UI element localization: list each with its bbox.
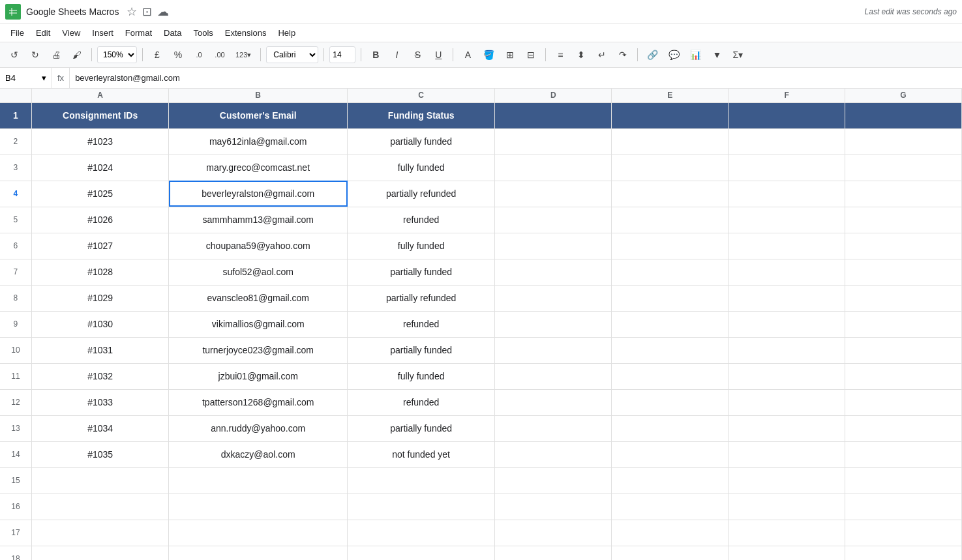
cell-g17[interactable] — [845, 520, 962, 546]
cell-e9[interactable] — [612, 311, 729, 337]
cell-c1[interactable]: Funding Status — [348, 102, 495, 128]
cell-b5[interactable]: sammhamm13@gmail.com — [169, 207, 348, 233]
cell-d17[interactable] — [495, 520, 612, 546]
currency-button[interactable]: £ — [148, 46, 166, 64]
cell-a11[interactable]: #1032 — [31, 363, 168, 389]
cell-f10[interactable] — [729, 337, 845, 363]
cell-g13[interactable] — [845, 415, 962, 441]
menu-insert[interactable]: Insert — [87, 26, 119, 40]
col-header-c[interactable]: C — [348, 89, 495, 102]
cell-d18[interactable] — [495, 546, 612, 560]
decimal00-button[interactable]: .00 — [211, 46, 229, 64]
cell-f9[interactable] — [729, 311, 845, 337]
cell-a16[interactable] — [31, 494, 168, 520]
comment-button[interactable]: 💬 — [665, 46, 684, 64]
print-button[interactable]: 🖨 — [47, 46, 65, 64]
cell-f5[interactable] — [729, 207, 845, 233]
cell-a1[interactable]: Consignment IDs — [31, 102, 168, 128]
cell-ref-dropdown[interactable]: ▾ — [42, 73, 46, 83]
font-size-input[interactable] — [329, 46, 355, 63]
cell-d6[interactable] — [495, 233, 612, 259]
cell-c14[interactable]: not funded yet — [348, 441, 495, 467]
cell-d5[interactable] — [495, 207, 612, 233]
text-color-button[interactable]: A — [458, 46, 477, 64]
redo-button[interactable]: ↻ — [26, 46, 44, 64]
menu-help[interactable]: Help — [273, 26, 301, 40]
cell-a12[interactable]: #1033 — [31, 389, 168, 415]
decimal0-button[interactable]: .0 — [190, 46, 208, 64]
cell-e8[interactable] — [612, 285, 729, 311]
cell-g11[interactable] — [845, 363, 962, 389]
cell-f8[interactable] — [729, 285, 845, 311]
zoom-select[interactable]: 150% 100% — [97, 46, 137, 63]
cell-f7[interactable] — [729, 259, 845, 285]
cell-c10[interactable]: partially funded — [348, 337, 495, 363]
cell-e13[interactable] — [612, 415, 729, 441]
row-num-3[interactable]: 3 — [0, 155, 31, 181]
row-num-4[interactable]: 4 — [0, 181, 31, 207]
cell-e18[interactable] — [612, 546, 729, 560]
cell-b3[interactable]: mary.greco@comcast.net — [169, 155, 348, 181]
cell-d13[interactable] — [495, 415, 612, 441]
row-num-8[interactable]: 8 — [0, 285, 31, 311]
font-select[interactable]: Calibri Arial — [266, 46, 318, 63]
cell-d11[interactable] — [495, 363, 612, 389]
row-num-16[interactable]: 16 — [0, 494, 31, 520]
cell-g7[interactable] — [845, 259, 962, 285]
cell-b4[interactable]: beverleyralston@gmail.com — [169, 181, 348, 207]
cell-a5[interactable]: #1026 — [31, 207, 168, 233]
cell-b13[interactable]: ann.ruddy@yahoo.com — [169, 415, 348, 441]
cell-g4[interactable] — [845, 181, 962, 207]
row-num-11[interactable]: 11 — [0, 363, 31, 389]
cell-a7[interactable]: #1028 — [31, 259, 168, 285]
cell-e10[interactable] — [612, 337, 729, 363]
cell-d3[interactable] — [495, 155, 612, 181]
cell-e7[interactable] — [612, 259, 729, 285]
cell-g8[interactable] — [845, 285, 962, 311]
cell-d14[interactable] — [495, 441, 612, 467]
cell-a6[interactable]: #1027 — [31, 233, 168, 259]
cell-f12[interactable] — [729, 389, 845, 415]
paint-format-button[interactable]: 🖌 — [68, 46, 86, 64]
cell-b8[interactable]: evanscleo81@gmail.com — [169, 285, 348, 311]
function-button[interactable]: Σ▾ — [729, 46, 747, 64]
row-num-7[interactable]: 7 — [0, 259, 31, 285]
star-icon[interactable]: ☆ — [127, 5, 137, 19]
cell-a2[interactable]: #1023 — [31, 128, 168, 155]
cell-d1[interactable] — [495, 102, 612, 128]
cell-a13[interactable]: #1034 — [31, 415, 168, 441]
cell-e12[interactable] — [612, 389, 729, 415]
cell-e15[interactable] — [612, 467, 729, 494]
cell-e6[interactable] — [612, 233, 729, 259]
bold-button[interactable]: B — [367, 46, 385, 64]
formula-content[interactable]: beverleyralston@gmail.com — [70, 73, 962, 83]
cell-g15[interactable] — [845, 467, 962, 494]
cell-g1[interactable] — [845, 102, 962, 128]
cell-c13[interactable]: partially funded — [348, 415, 495, 441]
cell-d15[interactable] — [495, 467, 612, 494]
cell-b14[interactable]: dxkaczy@aol.com — [169, 441, 348, 467]
cell-e3[interactable] — [612, 155, 729, 181]
row-num-12[interactable]: 12 — [0, 389, 31, 415]
cell-b17[interactable] — [169, 520, 348, 546]
row-num-1[interactable]: 1 — [0, 102, 31, 128]
cell-c6[interactable]: fully funded — [348, 233, 495, 259]
undo-button[interactable]: ↺ — [5, 46, 23, 64]
col-header-g[interactable]: G — [845, 89, 962, 102]
col-header-d[interactable]: D — [495, 89, 612, 102]
cell-g18[interactable] — [845, 546, 962, 560]
cell-b1[interactable]: Customer's Email — [169, 102, 348, 128]
cell-a3[interactable]: #1024 — [31, 155, 168, 181]
cell-b2[interactable]: may612inla@gmail.com — [169, 128, 348, 155]
col-header-e[interactable]: E — [612, 89, 729, 102]
underline-button[interactable]: U — [429, 46, 447, 64]
cell-e4[interactable] — [612, 181, 729, 207]
cell-g10[interactable] — [845, 337, 962, 363]
cell-b6[interactable]: choupana59@yahoo.com — [169, 233, 348, 259]
row-num-18[interactable]: 18 — [0, 546, 31, 560]
cell-c9[interactable]: refunded — [348, 311, 495, 337]
cell-d12[interactable] — [495, 389, 612, 415]
cell-d16[interactable] — [495, 494, 612, 520]
cell-g2[interactable] — [845, 128, 962, 155]
menu-format[interactable]: Format — [120, 26, 157, 40]
